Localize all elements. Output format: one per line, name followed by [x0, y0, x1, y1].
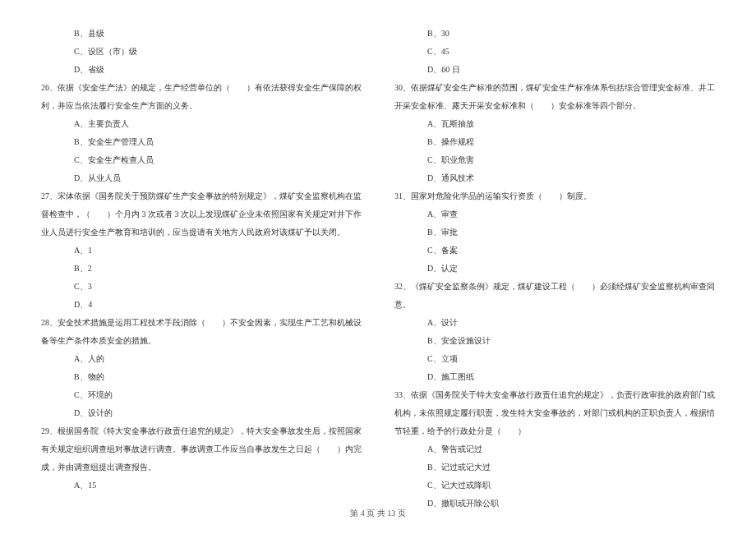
- option-26b: B、安全生产管理人员: [41, 133, 362, 151]
- question-28: 28、安全技术措施是运用工程技术手段消除（ ）不安全因素，实现生产工艺和机械设备…: [41, 314, 362, 350]
- option-26a: A、主要负责人: [41, 115, 362, 133]
- option-31a: A、审查: [394, 205, 715, 223]
- option-32c: C、立项: [394, 350, 715, 368]
- question-33: 33、依据《国务院关于特大安全事故行政责任追究的规定》，负责行政审批的政府部门或…: [394, 386, 715, 440]
- question-30: 30、依据煤矿安全生产标准的范围，煤矿安全生产标准体系包括综合管理安全标准、井工…: [394, 79, 715, 115]
- page-footer: 第 4 页 共 13 页: [0, 508, 756, 519]
- option-32b: B、安全设施设计: [394, 332, 715, 350]
- question-26: 26、依据《安全生产法》的规定，生产经营单位的（ ）有依法获得安全生产保障的权利…: [41, 79, 362, 115]
- option-33b: B、记过或记大过: [394, 458, 715, 476]
- option-33c: C、记大过或降职: [394, 476, 715, 495]
- option-25d: D、省级: [41, 61, 362, 79]
- option-29c: C、45: [394, 43, 715, 61]
- option-30a: A、瓦斯抽放: [394, 115, 715, 133]
- option-32d: D、施工图纸: [394, 368, 715, 386]
- option-31b: B、审批: [394, 223, 715, 242]
- question-29: 29、根据国务院《特大安全事故行政责任追究的规定》，特大安全事故发生后，按照国家…: [41, 422, 362, 476]
- question-31: 31、国家对危险化学品的运输实行资质（ ）制度。: [394, 187, 715, 205]
- option-28b: B、物的: [41, 368, 362, 386]
- option-28d: D、设计的: [41, 404, 362, 422]
- option-27c: C、3: [41, 278, 362, 296]
- option-31d: D、认定: [394, 260, 715, 278]
- question-27: 27、宋体依据《国务院关于预防煤矿生产安全事故的特别规定》，煤矿安全监察机构在监…: [41, 187, 362, 242]
- right-column: B、30 C、45 D、60 日 30、依据煤矿安全生产标准的范围，煤矿安全生产…: [394, 25, 715, 501]
- option-31c: C、备案: [394, 242, 715, 260]
- option-33a: A、警告或记过: [394, 440, 715, 458]
- option-27b: B、2: [41, 260, 362, 278]
- option-27a: A、1: [41, 242, 362, 260]
- option-32a: A、设计: [394, 314, 715, 332]
- option-25b: B、县级: [41, 25, 362, 43]
- option-29b: B、30: [394, 25, 715, 43]
- option-29d: D、60 日: [394, 61, 715, 79]
- option-29a: A、15: [41, 476, 362, 495]
- option-27d: D、4: [41, 296, 362, 314]
- left-column: B、县级 C、设区（市）级 D、省级 26、依据《安全生产法》的规定，生产经营单…: [41, 25, 362, 501]
- option-30c: C、职业危害: [394, 151, 715, 169]
- option-25c: C、设区（市）级: [41, 43, 362, 61]
- option-30b: B、操作规程: [394, 133, 715, 151]
- question-32: 32、《煤矿安全监察条例》规定，煤矿建设工程（ ）必须经煤矿安全监察机构审查同意…: [394, 278, 715, 314]
- option-26c: C、安全生产检查人员: [41, 151, 362, 169]
- content-columns: B、县级 C、设区（市）级 D、省级 26、依据《安全生产法》的规定，生产经营单…: [41, 25, 715, 501]
- option-28c: C、环境的: [41, 386, 362, 404]
- option-26d: D、从业人员: [41, 169, 362, 187]
- option-28a: A、人的: [41, 350, 362, 368]
- option-30d: D、通风技术: [394, 169, 715, 187]
